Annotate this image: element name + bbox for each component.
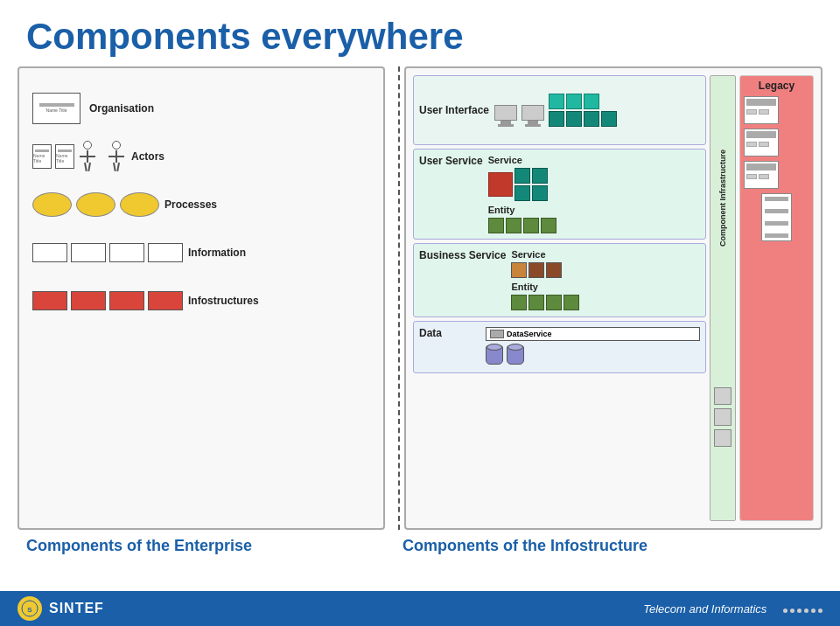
bs-comp-2 — [546, 262, 562, 278]
data-section: Data DataService — [413, 321, 706, 373]
process-oval-3 — [120, 192, 159, 217]
us-comp-3 — [514, 185, 530, 201]
us-comp-4 — [532, 185, 548, 201]
org-box: Name Title — [32, 93, 80, 124]
bs-entity-1 — [511, 295, 527, 310]
info-box-3 — [109, 243, 144, 262]
dashed-divider — [398, 66, 400, 530]
infostructures-label: Infostructures — [188, 295, 267, 307]
data-service-box: DataService — [486, 327, 700, 341]
us-entity-3 — [523, 218, 539, 233]
bs-entity-3 — [546, 295, 562, 310]
us-entity-2 — [506, 218, 522, 233]
business-service-section: Business Service Service Entity — [413, 243, 706, 317]
legacy-box-3 — [744, 161, 779, 189]
user-service-label: User Service — [419, 155, 483, 167]
infostructure-panel: User Interface — [404, 66, 822, 530]
legacy-strip: Legacy — [739, 75, 814, 521]
infostructures-row: Infostructures — [32, 276, 370, 324]
org-sub-box-2: Name Title — [55, 144, 74, 169]
ui-comp-2 — [566, 94, 582, 109]
component-infra-strip: Component Infrastructure — [710, 75, 736, 521]
info-box-2 — [71, 243, 106, 262]
org-label: Organisation — [89, 102, 168, 115]
service-sublabel-2: Service — [511, 249, 700, 260]
data-label: Data — [419, 327, 480, 339]
actors-label: Actors — [131, 150, 210, 163]
info-box-1 — [32, 243, 67, 262]
us-comp-2 — [532, 168, 548, 184]
service-main-area: User Interface — [413, 75, 706, 521]
footer-tagline: Telecom and Informatics — [643, 602, 822, 616]
legacy-label: Legacy — [744, 80, 809, 92]
infra-box-2 — [71, 291, 106, 310]
page-title: Components everywhere — [0, 0, 840, 66]
legacy-server — [761, 193, 792, 241]
data-cylinder-1 — [486, 345, 503, 365]
main-content: Name Title Organisation Name Title Name … — [0, 66, 840, 530]
process-oval-2 — [76, 192, 116, 217]
service-sublabel-1: Service — [488, 155, 700, 165]
information-row: Information — [32, 228, 370, 276]
footer-dot-2 — [790, 609, 794, 613]
legacy-box-1 — [744, 96, 779, 124]
bottom-label-right: Components of the Infostructure — [385, 537, 822, 555]
ci-comp-1 — [714, 387, 732, 405]
data-service-text: DataService — [507, 330, 552, 338]
data-content: DataService — [486, 327, 700, 365]
footer: S SINTEF Telecom and Informatics — [0, 591, 840, 626]
footer-dot-4 — [804, 609, 808, 613]
footer-dot-3 — [797, 609, 802, 613]
comp-infra-label: Component Infrastructure — [718, 150, 727, 247]
actor-2 — [108, 141, 124, 172]
information-label: Information — [188, 247, 267, 259]
process-oval-1 — [32, 192, 72, 217]
entity-sublabel-1: Entity — [488, 205, 700, 215]
bottom-labels: Components of the Enterprise Components … — [0, 530, 840, 562]
legacy-box-2 — [744, 129, 779, 156]
us-red-comp — [488, 172, 513, 197]
business-service-content: Service Entity — [511, 249, 700, 310]
enterprise-panel: Name Title Organisation Name Title Name … — [18, 66, 385, 530]
ci-comp-2 — [714, 408, 732, 426]
footer-dot-6 — [818, 609, 822, 613]
infra-box-4 — [148, 291, 183, 310]
ui-comp-4 — [549, 111, 564, 127]
bs-entity-2 — [528, 295, 544, 310]
user-service-content: Service — [488, 155, 700, 233]
bs-orange-comp — [511, 262, 527, 278]
us-entity-4 — [541, 218, 556, 233]
org-row: Name Title Organisation — [32, 84, 370, 132]
infra-box-3 — [109, 291, 144, 310]
user-service-section: User Service Service — [413, 149, 706, 240]
ui-label: User Interface — [419, 104, 489, 116]
sintef-logo: S — [18, 596, 42, 621]
user-interface-section: User Interface — [413, 75, 706, 145]
org-sub-box-1: Name Title — [32, 144, 52, 169]
us-entity-1 — [488, 218, 504, 233]
monitor-1 — [494, 105, 517, 127]
left-diagram: Name Title Organisation Name Title Name … — [28, 77, 374, 331]
monitor-2 — [522, 105, 544, 127]
footer-left: S SINTEF — [18, 596, 104, 621]
infra-box-1 — [32, 291, 67, 310]
actors-row: Name Title Name Title — [32, 132, 370, 180]
footer-dot-1 — [783, 609, 788, 613]
bs-entity-4 — [564, 295, 579, 310]
footer-dot-5 — [811, 609, 816, 613]
business-service-label: Business Service — [419, 249, 506, 261]
ci-comp-3 — [714, 429, 732, 447]
data-cylinder-2 — [507, 345, 524, 365]
svg-text:S: S — [27, 606, 32, 614]
actor-1 — [80, 141, 95, 172]
ui-comp-1 — [549, 94, 564, 109]
us-comp-1 — [514, 168, 530, 184]
entity-sublabel-2: Entity — [511, 282, 700, 292]
sintef-text: SINTEF — [49, 601, 104, 616]
actors-area — [80, 141, 124, 172]
bs-comp-1 — [528, 262, 544, 278]
processes-row: Processes — [32, 180, 370, 228]
ui-comp-5 — [566, 111, 582, 127]
ui-comp-3 — [584, 94, 599, 109]
ui-comp-7 — [601, 111, 617, 127]
